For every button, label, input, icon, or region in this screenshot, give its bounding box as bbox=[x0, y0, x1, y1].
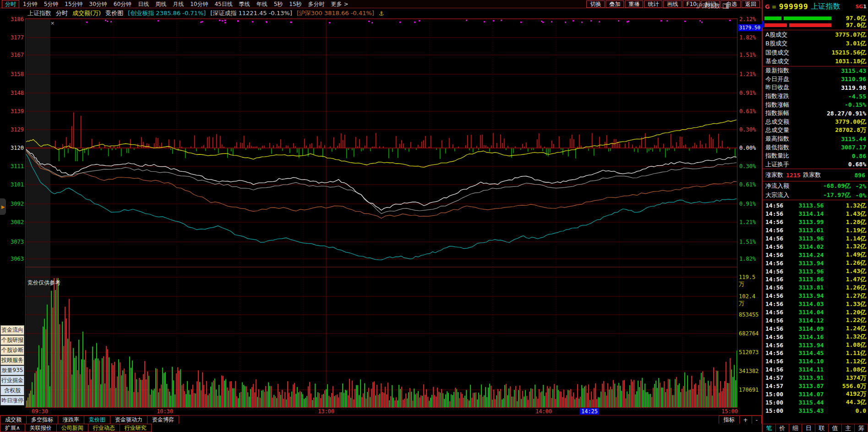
tick-row[interactable]: 14:573113.87556.0万 bbox=[763, 382, 868, 390]
tool-button-0[interactable]: 切换 bbox=[586, 0, 605, 8]
tick-row[interactable]: 14:563114.141.43亿 bbox=[763, 210, 868, 218]
minute-amount-bar bbox=[672, 146, 673, 148]
volume-bar bbox=[683, 386, 684, 408]
volume-bar bbox=[566, 395, 567, 408]
intraday-chart[interactable] bbox=[25, 18, 737, 408]
volume-bar bbox=[229, 382, 230, 408]
tool-button-4[interactable]: 画线 bbox=[663, 0, 682, 8]
shortcut-4[interactable]: 放量935 bbox=[0, 366, 24, 375]
period-item-14[interactable]: 15秒 bbox=[286, 0, 304, 8]
period-item-2[interactable]: 5分钟 bbox=[41, 0, 61, 8]
shortcut-6[interactable]: 含权股 bbox=[0, 386, 24, 395]
tool-button-3[interactable]: 统计 bbox=[644, 0, 662, 8]
shortcut-1[interactable]: 个股研报 bbox=[0, 335, 24, 345]
volume-bar bbox=[605, 392, 606, 408]
indicator-button[interactable]: 指标 bbox=[719, 416, 740, 424]
period-item-4[interactable]: 30分钟 bbox=[87, 0, 110, 8]
period-item-11[interactable]: 季线 bbox=[236, 0, 253, 8]
zoom-in-button[interactable]: + bbox=[740, 416, 752, 424]
period-item-3[interactable]: 15分钟 bbox=[62, 0, 85, 8]
tick-row[interactable]: 14:563113.941.27亿 bbox=[763, 292, 868, 300]
tick-row[interactable]: 14:563114.241.49亿 bbox=[763, 251, 868, 259]
indicator-tab-0[interactable]: 成交额 bbox=[0, 416, 27, 424]
tick-row[interactable]: 14:563114.041.20亿 bbox=[763, 308, 868, 317]
volume-bar bbox=[115, 388, 116, 408]
panel-tab-日[interactable]: 日 bbox=[802, 424, 815, 432]
sidebar-expand-arrow[interactable]: ▶ bbox=[0, 198, 6, 215]
tick-row[interactable]: 14:563114.031.33亿 bbox=[763, 300, 868, 308]
volume-bar bbox=[154, 388, 155, 408]
tick-row[interactable]: 14:563113.811.26亿 bbox=[763, 284, 868, 292]
tick-row[interactable]: 14:563113.991.28亿 bbox=[763, 218, 868, 226]
period-item-10[interactable]: 45日线 bbox=[212, 0, 235, 8]
indicator-tab-4[interactable]: 资金驱动力 bbox=[110, 416, 147, 424]
tool-button-8[interactable]: 返回 bbox=[742, 0, 760, 8]
minute-amount-bar bbox=[333, 137, 334, 148]
period-item-13[interactable]: 5秒 bbox=[271, 0, 286, 8]
close-icon[interactable]: × bbox=[50, 20, 55, 26]
tick-row[interactable]: 15:003114.074192万 bbox=[763, 390, 868, 398]
tick-row[interactable]: 14:563114.021.32亿 bbox=[763, 242, 868, 251]
info-tab-4[interactable]: 行业研究 bbox=[120, 424, 152, 432]
period-item-12[interactable]: 年线 bbox=[254, 0, 270, 8]
tick-row[interactable]: 14:563113.861.47亿 bbox=[763, 275, 868, 284]
tick-row[interactable]: 14:563114.121.22亿 bbox=[763, 316, 868, 324]
tick-row[interactable]: 14:563113.961.14亿 bbox=[763, 235, 868, 243]
info-tab-2[interactable]: 公司新闻 bbox=[57, 424, 88, 432]
info-tab-1[interactable]: 关联报价 bbox=[25, 424, 57, 432]
tick-row[interactable]: 15:003115.430.0 bbox=[763, 406, 868, 415]
shortcut-0[interactable]: 资金流向 bbox=[0, 325, 24, 335]
panel-tab-联[interactable]: 联 bbox=[815, 424, 829, 432]
panel-tab-价[interactable]: 价 bbox=[776, 424, 789, 432]
info-tab-3[interactable]: 行业动态 bbox=[88, 424, 120, 432]
panel-tab-笔[interactable]: 笔 bbox=[763, 424, 776, 432]
tick-row[interactable]: 14:563113.941.26亿 bbox=[763, 259, 868, 267]
tick-row[interactable]: 14:563114.111.08亿 bbox=[763, 366, 868, 374]
volume-bar bbox=[344, 393, 344, 408]
shortcut-5[interactable]: 行业掘金 bbox=[0, 376, 24, 385]
period-item-7[interactable]: 周线 bbox=[153, 0, 169, 8]
panel-tab-主[interactable]: 主 bbox=[842, 424, 855, 432]
indicator-tab-5[interactable]: 资金博弈 bbox=[147, 416, 179, 424]
period-item-6[interactable]: 日线 bbox=[135, 0, 152, 8]
volume-bar bbox=[157, 369, 158, 408]
hamburger-icon[interactable]: ≡ bbox=[772, 4, 776, 10]
shortcut-7[interactable]: 昨日涨停 bbox=[0, 396, 24, 405]
tool-button-2[interactable]: 重播 bbox=[625, 0, 643, 8]
shortcut-3[interactable]: 投顾服务 bbox=[0, 355, 24, 365]
tick-row[interactable]: 14:563113.561.32亿 bbox=[763, 202, 868, 210]
volume-bar bbox=[41, 348, 42, 408]
period-item-8[interactable]: 月线 bbox=[170, 0, 186, 8]
indicator-tab-2[interactable]: 涨跌率 bbox=[58, 416, 84, 424]
period-item-16[interactable]: 更多 > bbox=[328, 0, 351, 8]
indicator-tab-1[interactable]: 多空指标 bbox=[27, 416, 58, 424]
period-item-15[interactable]: 多分时 bbox=[306, 0, 328, 8]
volume-bar bbox=[723, 388, 724, 408]
tick-row[interactable]: 14:563113.961.43亿 bbox=[763, 267, 868, 275]
index-overlay-selector[interactable]: 沪深指数 bbox=[696, 2, 729, 10]
info-tab-0[interactable]: 扩展∧ bbox=[0, 424, 25, 432]
panel-tab-细[interactable]: 细 bbox=[789, 424, 802, 432]
volume-bar bbox=[367, 392, 368, 408]
tick-row[interactable]: 14:563114.451.11亿 bbox=[763, 349, 868, 357]
period-item-1[interactable]: 1分钟 bbox=[20, 0, 40, 8]
panel-tab-值[interactable]: 值 bbox=[829, 424, 842, 432]
period-item-9[interactable]: 10分钟 bbox=[187, 0, 211, 8]
indicator-tab-3[interactable]: 竞价图 bbox=[84, 416, 110, 424]
volume-bar bbox=[393, 398, 394, 408]
tick-list[interactable]: 14:563113.561.32亿14:563114.141.43亿14:563… bbox=[763, 202, 868, 415]
zoom-out-button[interactable]: - bbox=[752, 416, 762, 424]
tick-row[interactable]: 14:563113.941.08亿 bbox=[763, 341, 868, 349]
period-item-0[interactable]: 分时 bbox=[2, 0, 19, 8]
tick-row[interactable]: 15:003115.4444.3亿 bbox=[763, 398, 868, 406]
tool-button-1[interactable]: 叠加 bbox=[606, 0, 624, 8]
volume-bar bbox=[708, 381, 709, 408]
tick-row[interactable]: 14:573113.911374万 bbox=[763, 374, 868, 382]
period-item-5[interactable]: 60分钟 bbox=[111, 0, 134, 8]
tick-row[interactable]: 14:563114.091.24亿 bbox=[763, 324, 868, 333]
shortcut-2[interactable]: 个股诊断 bbox=[0, 345, 24, 355]
tick-row[interactable]: 14:563114.101.12亿 bbox=[763, 357, 868, 366]
tick-row[interactable]: 14:563114.161.32亿 bbox=[763, 333, 868, 341]
tick-row[interactable]: 14:563113.611.19亿 bbox=[763, 226, 868, 235]
panel-tab-筹[interactable]: 筹 bbox=[855, 424, 868, 432]
